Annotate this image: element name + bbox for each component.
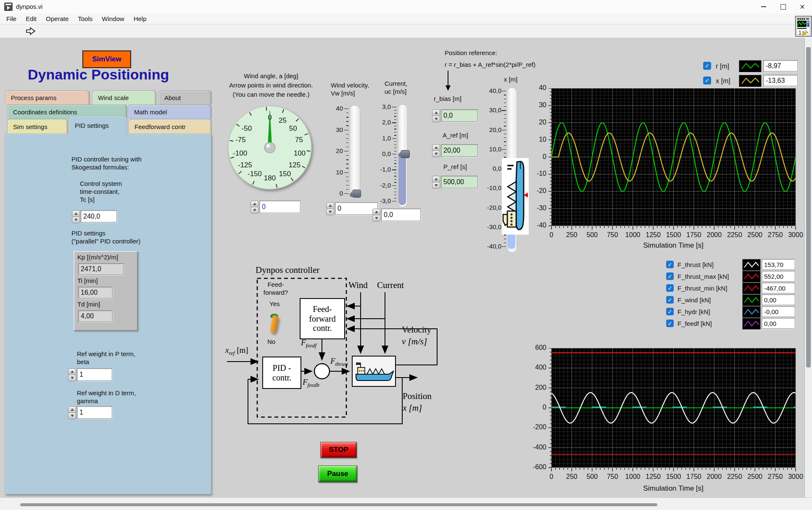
kp-value: 2471,0 — [78, 263, 124, 275]
feedforward-toggle[interactable] — [269, 314, 281, 338]
scale-tick — [394, 160, 396, 161]
scale-label: -40,0 — [481, 243, 501, 250]
scale-label: 0,0 — [481, 165, 501, 172]
tab-math-model[interactable]: Math model — [128, 105, 211, 119]
menu-file[interactable]: File — [2, 15, 21, 22]
scale-tick — [346, 189, 348, 190]
chart2-legend-checkbox-fthrustmax[interactable]: ✓ — [666, 272, 674, 280]
chart1-legend-sample-r[interactable] — [739, 60, 762, 72]
chart2-legend-sample-ffeedf[interactable] — [742, 318, 761, 330]
gamma-spinner[interactable] — [68, 406, 76, 419]
pause-button[interactable]: Pause — [318, 465, 357, 482]
wind-input[interactable]: 0 — [335, 202, 378, 215]
chart2-legend-checkbox-fthrustmin[interactable]: ✓ — [666, 284, 674, 292]
scale-tick — [504, 106, 506, 107]
chart2-legend-checkbox-fhydr[interactable]: ✓ — [666, 308, 674, 315]
rbias-spinner[interactable] — [432, 109, 440, 122]
gamma-input[interactable]: 1 — [77, 406, 112, 419]
chart2-legend-sample-fthrustmax[interactable] — [742, 271, 761, 283]
horizontal-scrollbar-thumb[interactable] — [20, 503, 657, 506]
velocity-unit: v [m/s] — [402, 336, 427, 347]
f-feedf-label: Ffeedf — [301, 338, 316, 349]
current-input[interactable]: 0,0 — [381, 209, 421, 221]
chart2-legend-checkbox-fthrust[interactable]: ✓ — [666, 261, 674, 268]
close-button[interactable]: ✕ — [793, 0, 812, 13]
scale-tick — [346, 181, 348, 181]
svg-text:50: 50 — [289, 124, 297, 132]
toggle-no-label: No — [267, 338, 275, 346]
chart1-legend-checkbox-r[interactable]: ✓ — [703, 62, 711, 70]
scale-tick — [504, 145, 506, 146]
run-button[interactable] — [25, 26, 36, 36]
x-axis-tick-label: 500 — [580, 231, 605, 239]
chart2-legend-sample-fthrust[interactable] — [742, 259, 761, 271]
wind-slider-track[interactable] — [349, 105, 360, 198]
tab-wind-scale[interactable]: Wind scale — [92, 90, 156, 105]
scale-tick — [504, 153, 506, 153]
stop-button[interactable]: STOP — [320, 442, 357, 458]
minimize-button[interactable] — [754, 0, 773, 13]
window-title: dynpos.vi — [16, 3, 42, 10]
x-axis-tick-label: 1500 — [661, 231, 686, 239]
svg-text:-50: -50 — [242, 124, 252, 132]
page-title: Dynamic Positioning — [28, 66, 196, 83]
current-spinner[interactable] — [372, 209, 380, 221]
aref-spinner[interactable] — [432, 144, 440, 157]
cluster-heading: PID settings ("parallel" PID controller) — [71, 230, 185, 246]
gauge-spinner[interactable] — [250, 201, 258, 213]
chart2-legend-sample-fthrustmin[interactable] — [742, 283, 761, 294]
chart2-legend-sample-fwind[interactable] — [742, 294, 761, 306]
menu-help[interactable]: Help — [129, 15, 151, 22]
app-icon — [4, 3, 13, 11]
tab-feedforward-contr[interactable]: Feedforward contr — [129, 119, 211, 134]
chart1-legend-sample-x[interactable] — [739, 75, 762, 87]
chart2-legend-checkbox-ffeedf[interactable]: ✓ — [666, 320, 674, 327]
diagram-title: Dynpos controller — [256, 265, 319, 275]
menu-operate[interactable]: Operate — [41, 15, 73, 22]
chart2-legend-checkbox-fwind[interactable]: ✓ — [666, 296, 674, 304]
wind-slider-label: Wind velocity, Vw [m/s] — [331, 82, 385, 98]
maximize-button[interactable] — [773, 0, 793, 13]
ti-label: Ti [min] — [77, 277, 98, 285]
ti-value: 16,00 — [78, 287, 113, 299]
scale-tick — [392, 154, 396, 154]
chart2-legend-sample-fhydr[interactable] — [742, 306, 761, 318]
scale-label: -2,0 — [374, 182, 391, 189]
scale-tick — [346, 168, 348, 168]
y-axis-tick-label: -400 — [523, 444, 546, 451]
wind-spinner[interactable] — [326, 202, 334, 215]
pref-input[interactable]: 500,00 — [441, 176, 478, 188]
tab-process-params[interactable]: Process params — [5, 90, 90, 105]
scale-label: 10,0 — [481, 145, 501, 153]
scale-tick — [504, 95, 506, 95]
menu-tools[interactable]: Tools — [73, 15, 97, 22]
chart1-legend-checkbox-x[interactable]: ✓ — [703, 77, 711, 85]
gauge-input[interactable]: 0 — [259, 201, 301, 213]
scale-tick — [394, 110, 396, 111]
pref-spinner[interactable] — [432, 176, 440, 188]
vertical-scrollbar-thumb[interactable] — [806, 47, 811, 367]
tab-about[interactable]: About — [158, 90, 211, 105]
tc-input[interactable]: 240,0 — [81, 210, 117, 222]
menu-edit[interactable]: Edit — [21, 15, 41, 22]
wind-angle-gauge[interactable]: 0255075100125150180-150-125-100-75-50 — [226, 103, 314, 192]
beta-spinner[interactable] — [68, 368, 76, 381]
tab-sim-settings[interactable]: Sim settings — [7, 119, 68, 134]
aref-input[interactable]: 20,00 — [441, 144, 478, 157]
y-axis-tick-label: 400 — [523, 364, 546, 371]
scale-tick — [394, 113, 396, 114]
scale-tick — [346, 113, 348, 113]
svg-text:180: 180 — [264, 174, 276, 182]
tc-spinner[interactable] — [72, 210, 80, 223]
chart2-legend-value-fthrustmax: 552,00 — [762, 271, 795, 282]
scale-label: 2,0 — [374, 119, 391, 126]
tab-pid-settings-selected[interactable]: PID settings — [69, 116, 127, 135]
simview-button[interactable]: SimView — [82, 50, 131, 68]
x-indicator-marker[interactable] — [524, 193, 528, 198]
scale-tick — [394, 173, 396, 173]
scale-tick — [346, 143, 348, 143]
menu-window[interactable]: Window — [97, 15, 129, 22]
beta-input[interactable]: 1 — [77, 368, 112, 381]
rbias-input[interactable]: 0,0 — [441, 109, 478, 122]
minimize-icon — [761, 6, 766, 7]
